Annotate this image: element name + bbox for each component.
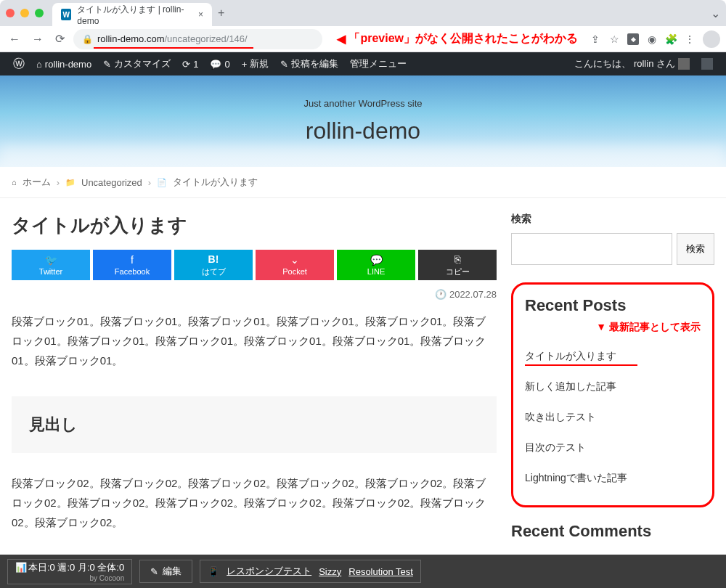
browser-tab-strip: W タイトルが入ります | rollin-demo × + ⌄ — [0, 0, 726, 26]
shield-icon[interactable]: ◆ — [627, 33, 639, 45]
file-icon: 📄 — [157, 178, 167, 187]
list-item: 新しく追加した記事 — [525, 372, 701, 402]
search-button[interactable]: 検索 — [677, 233, 714, 265]
annotation-recent-note: ▼ 最新記事として表示 — [525, 321, 701, 334]
updates-link[interactable]: ⟳1 — [176, 52, 204, 75]
share-line-button[interactable]: 💬LINE — [337, 250, 415, 280]
forward-button[interactable]: → — [29, 30, 46, 49]
site-tagline: Just another WordPress site — [303, 98, 422, 109]
mobile-icon: 📱 — [208, 566, 219, 577]
back-button[interactable]: ← — [6, 30, 23, 49]
address-bar[interactable]: 🔒 rollin-demo.com/uncategorized/146/ — [73, 29, 322, 49]
wp-admin-bar: ⓦ ⌂rollin-demo ✎カスタマイズ ⟳1 💬0 +新規 ✎投稿を編集 … — [0, 52, 726, 75]
extension-icon[interactable]: ◉ — [646, 33, 658, 45]
user-avatar — [678, 58, 690, 70]
recent-post-link[interactable]: タイトルが入ります — [525, 350, 616, 362]
expand-tabs-icon[interactable]: ⌄ — [711, 7, 720, 20]
wordpress-icon: ⓦ — [13, 57, 25, 72]
wp-logo-menu[interactable]: ⓦ — [7, 52, 30, 75]
comment-icon: 💬 — [210, 59, 221, 70]
breadcrumb-current: タイトルが入ります — [173, 176, 258, 189]
puzzle-icon[interactable]: 🧩 — [665, 33, 677, 45]
recent-post-link[interactable]: Lightningで書いた記事 — [525, 472, 627, 483]
cocoon-bottom-bar: 📊本日:0 週:0 月:0 全体:0 by Cocoon ✎編集 📱 レスポンシ… — [0, 555, 726, 588]
admin-menu-link[interactable]: 管理メニュー — [344, 52, 412, 75]
site-header: Just another WordPress site rollin-demo — [0, 75, 726, 167]
new-tab-button[interactable]: + — [218, 7, 224, 20]
entry-title: タイトルが入ります — [12, 213, 497, 238]
recent-post-link[interactable]: 新しく追加した記事 — [525, 380, 616, 392]
site-title[interactable]: rollin-demo — [306, 118, 420, 144]
breadcrumb-category[interactable]: Uncategorized — [81, 177, 142, 188]
search-toggle[interactable] — [696, 52, 719, 75]
list-item: タイトルが入ります — [525, 341, 701, 372]
share-hatena-button[interactable]: B!はてブ — [174, 250, 253, 280]
post-date: 🕐2022.07.28 — [12, 289, 497, 300]
share-facebook-button[interactable]: fFacebook — [93, 250, 171, 280]
responsive-test-link[interactable]: レスポンシブテスト — [227, 565, 311, 578]
profile-avatar[interactable] — [703, 30, 720, 48]
search-icon — [701, 58, 713, 70]
home-dashicon: ⌂ — [36, 59, 42, 70]
copy-icon: ⎘ — [454, 253, 460, 265]
breadcrumb-home[interactable]: ホーム — [23, 176, 51, 189]
close-window-button[interactable] — [6, 9, 15, 17]
sizzy-link[interactable]: Sizzy — [319, 566, 341, 577]
recent-posts-widget: Recent Posts ▼ 最新記事として表示 タイトルが入ります 新しく追加… — [511, 282, 714, 507]
arrow-left-icon: ◀ — [337, 32, 346, 46]
chevron-right-icon: › — [57, 177, 60, 188]
edit-button[interactable]: ✎編集 — [139, 560, 192, 583]
minimize-window-button[interactable] — [20, 9, 29, 17]
browser-tab[interactable]: W タイトルが入ります | rollin-demo × — [52, 3, 212, 26]
share-buttons: 🐦Twitter fFacebook B!はてブ ⌄Pocket 💬LINE ⎘… — [12, 250, 497, 280]
heading-text: 見出し — [29, 414, 479, 436]
star-icon[interactable]: ☆ — [608, 33, 620, 45]
paragraph-block-1: 段落ブロック01。段落ブロック01。段落ブロック01。段落ブロック01。段落ブロ… — [12, 311, 497, 370]
tab-title: タイトルが入ります | rollin-demo — [77, 4, 192, 26]
window-controls — [6, 9, 44, 17]
url-domain: rollin-demo.com — [97, 33, 164, 44]
recent-post-link[interactable]: 目次のテスト — [525, 441, 586, 453]
paragraph-block-2: 段落ブロック02。段落ブロック02。段落ブロック02。段落ブロック02。段落ブロ… — [12, 473, 497, 532]
recent-post-link[interactable]: 吹き出しテスト — [525, 411, 596, 422]
list-item: Lightningで書いた記事 — [525, 463, 701, 494]
chart-icon: 📊 — [15, 562, 27, 573]
facebook-icon: f — [131, 254, 134, 266]
browser-toolbar: ← → ⟳ 🔒 rollin-demo.com/uncategorized/14… — [0, 26, 726, 52]
reload-button[interactable]: ⟳ — [52, 29, 68, 49]
url-path: /uncategorized/146/ — [164, 33, 247, 44]
share-copy-button[interactable]: ⎘コピー — [418, 250, 497, 280]
list-item: 吹き出しテスト — [525, 402, 701, 433]
breadcrumb: ⌂ ホーム › 📁 Uncategorized › 📄 タイトルが入ります — [0, 167, 726, 198]
hatena-icon: B! — [208, 253, 219, 265]
menu-icon[interactable]: ⋮ — [684, 33, 696, 45]
recent-posts-title: Recent Posts — [525, 296, 701, 315]
annotation-text: ◀ 「preview」がなく公開されたことがわかる — [337, 31, 578, 46]
annotation-underline — [94, 47, 253, 49]
pencil-icon: ✎ — [280, 59, 288, 70]
search-input[interactable] — [511, 233, 672, 265]
new-content-menu[interactable]: +新規 — [236, 52, 275, 75]
sidebar: 検索 検索 Recent Posts ▼ 最新記事として表示 タイトルが入ります… — [511, 213, 714, 558]
stats-credit: by Cocoon — [89, 574, 124, 582]
line-icon: 💬 — [370, 254, 383, 266]
folder-icon: 📁 — [65, 178, 76, 187]
search-widget-title: 検索 — [511, 213, 714, 226]
stats-box: 📊本日:0 週:0 月:0 全体:0 by Cocoon — [7, 559, 132, 584]
edit-post-link[interactable]: ✎投稿を編集 — [274, 52, 344, 75]
comments-link[interactable]: 💬0 — [204, 52, 235, 75]
maximize-window-button[interactable] — [35, 9, 44, 17]
extension-icons: ⇪ ☆ ◆ ◉ 🧩 ⋮ — [590, 30, 720, 48]
share-twitter-button[interactable]: 🐦Twitter — [12, 250, 90, 280]
twitter-icon: 🐦 — [45, 254, 57, 266]
responsive-test-box: 📱 レスポンシブテスト Sizzy Resolution Test — [200, 560, 421, 583]
customize-link[interactable]: ✎カスタマイズ — [97, 52, 176, 75]
user-greeting[interactable]: こんにちは、rollin さん — [568, 52, 696, 75]
share-pocket-button[interactable]: ⌄Pocket — [256, 250, 334, 280]
close-tab-icon[interactable]: × — [198, 9, 203, 20]
list-item: 目次のテスト — [525, 433, 701, 463]
site-name-menu[interactable]: ⌂rollin-demo — [30, 52, 97, 75]
heading-block: 見出し — [12, 396, 497, 453]
resolution-test-link[interactable]: Resolution Test — [348, 566, 413, 577]
share-icon[interactable]: ⇪ — [590, 33, 601, 45]
